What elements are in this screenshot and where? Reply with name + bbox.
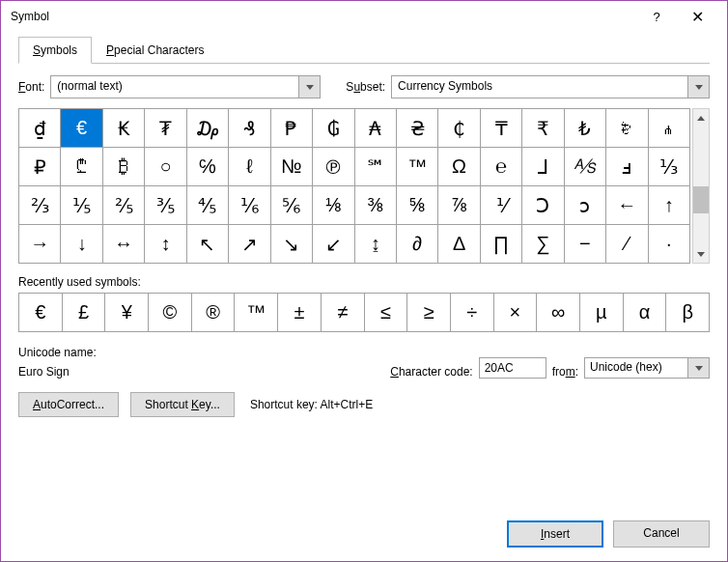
symbol-cell[interactable]: ₳	[355, 109, 397, 148]
font-combo[interactable]: (normal text)	[50, 75, 321, 98]
recent-symbol-cell[interactable]: ∞	[537, 294, 580, 332]
shortcut-key-button[interactable]: Shortcut Key...	[130, 392, 235, 417]
symbol-cell[interactable]: ⅘	[187, 186, 229, 225]
symbol-cell[interactable]: ↨	[355, 225, 397, 264]
char-code-input[interactable]	[479, 357, 546, 379]
symbol-cell[interactable]: ↓	[61, 225, 102, 264]
symbol-cell[interactable]: ₯	[187, 109, 229, 148]
symbol-cell[interactable]: ⅎ	[606, 148, 648, 186]
tab-symbols[interactable]: Symbols	[18, 37, 92, 64]
symbol-cell[interactable]: ↔	[103, 225, 145, 264]
symbol-cell[interactable]: ⅕	[61, 186, 102, 225]
symbol-cell[interactable]: ⅞	[438, 186, 480, 225]
recent-symbol-cell[interactable]: ×	[494, 294, 538, 332]
recent-symbol-cell[interactable]: ¥	[105, 294, 149, 332]
from-combo-dropdown[interactable]	[687, 358, 709, 378]
symbol-cell[interactable]: ∑	[522, 225, 564, 264]
symbol-cell[interactable]: ℅	[187, 148, 229, 186]
subset-combo-dropdown[interactable]	[687, 76, 709, 98]
symbol-cell[interactable]: ℓ	[229, 148, 270, 186]
symbol-cell[interactable]: ⅔	[19, 186, 61, 225]
symbol-cell[interactable]: ₼	[649, 109, 690, 148]
symbol-cell[interactable]: ₵	[438, 109, 480, 148]
symbol-cell[interactable]: ⅚	[271, 186, 313, 225]
symbol-cell[interactable]: ₹	[522, 109, 564, 148]
recent-symbol-cell[interactable]: ™	[235, 294, 278, 332]
subset-combo[interactable]: Currency Symbols	[391, 75, 710, 98]
symbol-cell[interactable]: ₾	[61, 148, 102, 186]
symbol-cell[interactable]: №	[271, 148, 313, 186]
scroll-track[interactable]	[693, 126, 709, 245]
symbol-cell[interactable]: ⅝	[397, 186, 438, 225]
recent-symbol-cell[interactable]: ©	[149, 294, 192, 332]
recent-symbol-cell[interactable]: €	[19, 294, 63, 332]
font-combo-dropdown[interactable]	[298, 76, 320, 98]
symbol-cell[interactable]: ∕	[606, 225, 648, 264]
symbol-cell[interactable]: ←	[606, 186, 648, 225]
scrollbar[interactable]	[692, 108, 710, 264]
symbol-cell[interactable]: ⅛	[313, 186, 354, 225]
recent-symbol-cell[interactable]: ÷	[451, 294, 494, 332]
insert-button[interactable]: Insert	[507, 520, 603, 548]
autocorrect-button[interactable]: AutoCorrect...	[18, 392, 119, 417]
symbol-cell[interactable]: €	[61, 109, 102, 148]
recent-symbol-cell[interactable]: µ	[580, 294, 624, 332]
scroll-thumb[interactable]	[693, 186, 709, 213]
symbol-cell[interactable]: ⅜	[355, 186, 397, 225]
symbol-cell[interactable]: ₮	[145, 109, 186, 148]
symbol-cell[interactable]: ₰	[229, 109, 270, 148]
symbol-cell[interactable]: ₻	[606, 109, 648, 148]
symbol-cell[interactable]: ℮	[481, 148, 522, 186]
symbol-cell[interactable]: ↖	[187, 225, 229, 264]
close-button[interactable]: ✕	[677, 1, 717, 32]
help-button[interactable]: ?	[636, 1, 677, 32]
symbol-cell[interactable]: ™	[397, 148, 438, 186]
cancel-button[interactable]: Cancel	[613, 520, 710, 548]
symbol-cell[interactable]: ℠	[355, 148, 397, 186]
symbol-cell[interactable]: ∆	[438, 225, 480, 264]
symbol-cell[interactable]: →	[19, 225, 61, 264]
recent-symbol-cell[interactable]: β	[666, 294, 710, 332]
recent-symbol-cell[interactable]: ±	[278, 294, 322, 332]
symbol-cell[interactable]: ⅍	[565, 148, 606, 186]
symbol-cell[interactable]: ℗	[313, 148, 354, 186]
symbol-cell[interactable]: ₸	[481, 109, 522, 148]
symbol-cell[interactable]: ₫	[19, 109, 61, 148]
tab-special-characters[interactable]: Ppecial Characters	[92, 37, 218, 64]
scroll-up-button[interactable]	[693, 109, 709, 126]
symbol-cell[interactable]: ⅃	[522, 148, 564, 186]
symbol-cell[interactable]: ⅙	[229, 186, 270, 225]
symbol-cell[interactable]: −	[565, 225, 606, 264]
symbol-cell[interactable]: ₴	[397, 109, 438, 148]
symbol-cell[interactable]: ₲	[313, 109, 354, 148]
symbol-cell[interactable]: ∏	[481, 225, 522, 264]
symbol-cell[interactable]: ₺	[565, 109, 606, 148]
symbol-cell[interactable]: ⅖	[103, 186, 145, 225]
symbol-cell[interactable]: ⅓	[649, 148, 690, 186]
symbol-cell[interactable]: Ω	[438, 148, 480, 186]
symbol-cell[interactable]: ₱	[271, 109, 313, 148]
symbol-cell[interactable]: ↕	[145, 225, 186, 264]
recent-symbol-cell[interactable]: ≥	[407, 294, 451, 332]
symbol-cell[interactable]: ↗	[229, 225, 270, 264]
symbol-cell[interactable]: ↑	[649, 186, 690, 225]
symbol-cell[interactable]: ∙	[649, 225, 690, 264]
scroll-down-button[interactable]	[693, 245, 709, 263]
symbol-cell[interactable]: ₿	[103, 148, 145, 186]
symbol-cell[interactable]: Ↄ	[522, 186, 564, 225]
symbol-cell[interactable]: ↙	[313, 225, 354, 264]
recent-symbol-cell[interactable]: ≠	[322, 294, 365, 332]
symbol-cell[interactable]: ₽	[19, 148, 61, 186]
recent-symbol-cell[interactable]: ®	[192, 294, 236, 332]
symbol-cell[interactable]: ∂	[397, 225, 438, 264]
symbol-cell[interactable]: ↄ	[565, 186, 606, 225]
recent-symbol-cell[interactable]: ≤	[365, 294, 408, 332]
symbol-cell[interactable]: ↘	[271, 225, 313, 264]
symbol-cell[interactable]: ₭	[103, 109, 145, 148]
symbol-cell[interactable]: ⅗	[145, 186, 186, 225]
symbol-cell[interactable]: ⅟	[481, 186, 522, 225]
symbol-cell[interactable]: ○	[145, 148, 186, 186]
recent-symbol-cell[interactable]: α	[624, 294, 667, 332]
from-combo[interactable]: Unicode (hex)	[584, 357, 710, 379]
recent-symbol-cell[interactable]: £	[63, 294, 106, 332]
